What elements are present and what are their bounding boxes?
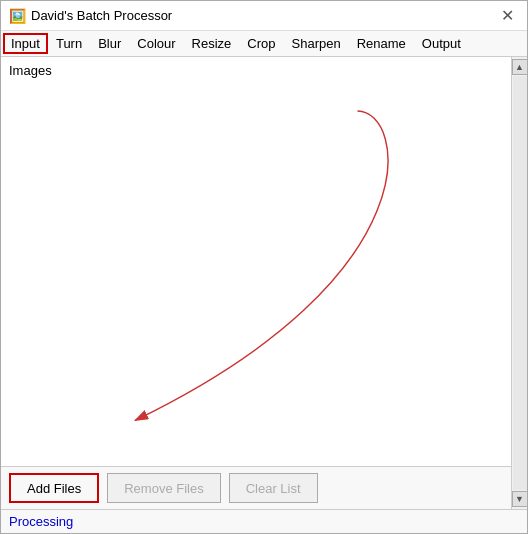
status-text: Processing xyxy=(9,514,73,529)
images-label: Images xyxy=(9,63,503,78)
content-area: Images Add Files Remove F xyxy=(1,57,527,509)
title-bar-left: 🖼️ David's Batch Processor xyxy=(9,8,172,24)
menu-item-output[interactable]: Output xyxy=(414,33,469,54)
menu-item-blur[interactable]: Blur xyxy=(90,33,129,54)
app-icon: 🖼️ xyxy=(9,8,25,24)
scroll-down-button[interactable]: ▼ xyxy=(512,491,528,507)
menu-item-colour[interactable]: Colour xyxy=(129,33,183,54)
menu-item-turn[interactable]: Turn xyxy=(48,33,90,54)
main-window: 🖼️ David's Batch Processor ✕ Input Turn … xyxy=(0,0,528,534)
window-title: David's Batch Processor xyxy=(31,8,172,23)
status-bar: Processing xyxy=(1,509,527,533)
menu-item-rename[interactable]: Rename xyxy=(349,33,414,54)
title-bar: 🖼️ David's Batch Processor ✕ xyxy=(1,1,527,31)
main-panel: Images Add Files Remove F xyxy=(1,57,511,509)
menu-item-sharpen[interactable]: Sharpen xyxy=(284,33,349,54)
remove-files-button[interactable]: Remove Files xyxy=(107,473,220,503)
close-button[interactable]: ✕ xyxy=(495,4,519,28)
images-list xyxy=(9,82,503,459)
scrollbar-track[interactable] xyxy=(513,76,527,490)
scroll-up-button[interactable]: ▲ xyxy=(512,59,528,75)
menu-bar: Input Turn Blur Colour Resize Crop Sharp… xyxy=(1,31,527,57)
menu-item-resize[interactable]: Resize xyxy=(184,33,240,54)
scrollbar: ▲ ▼ xyxy=(511,57,527,509)
clear-list-button[interactable]: Clear List xyxy=(229,473,318,503)
images-section: Images xyxy=(1,57,511,466)
menu-item-input[interactable]: Input xyxy=(3,33,48,54)
add-files-button[interactable]: Add Files xyxy=(9,473,99,503)
bottom-buttons: Add Files Remove Files Clear List xyxy=(1,466,511,509)
menu-item-crop[interactable]: Crop xyxy=(239,33,283,54)
